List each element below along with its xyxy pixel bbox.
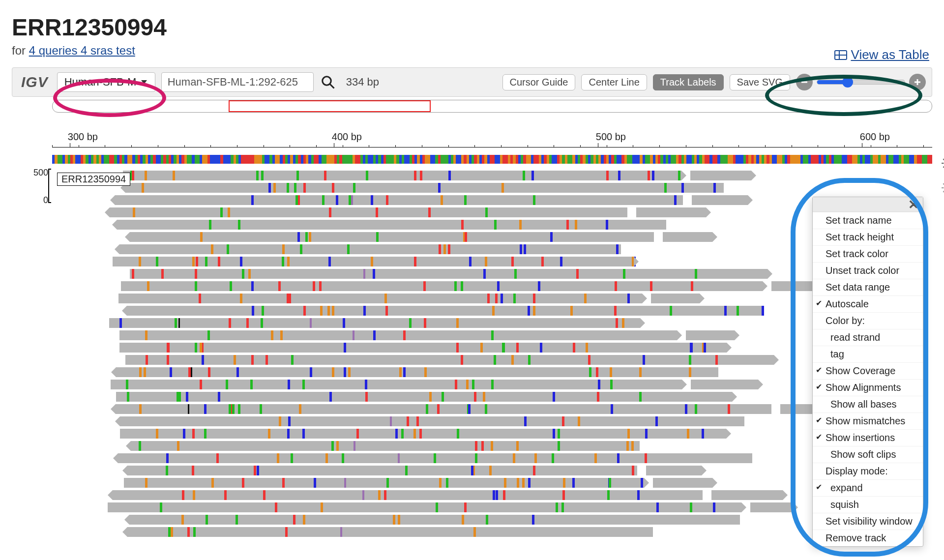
context-menu-item[interactable]: Set track height — [813, 229, 923, 245]
subtitle-link[interactable]: 4 queries 4 sras test — [29, 44, 135, 57]
read-row — [52, 490, 932, 501]
close-icon[interactable]: ✕ — [908, 198, 919, 211]
aligned-read[interactable] — [711, 490, 783, 500]
track-labels-button[interactable]: Track Labels — [653, 74, 724, 90]
read-row — [52, 244, 932, 255]
view-as-table-link[interactable]: View as Table — [834, 47, 929, 62]
aligned-read[interactable] — [110, 207, 627, 217]
search-button[interactable] — [320, 74, 336, 90]
context-menu-item[interactable]: Show all bases — [813, 396, 923, 413]
ruler-tick — [598, 143, 598, 147]
aligned-read[interactable] — [121, 281, 763, 291]
context-menu-item[interactable]: Set track name — [813, 212, 923, 229]
aligned-read[interactable] — [123, 171, 681, 180]
aligned-read[interactable] — [129, 515, 739, 525]
coverage-bracket — [48, 169, 51, 203]
aligned-read[interactable] — [130, 269, 767, 279]
context-menu-item[interactable]: Unset track color — [813, 262, 923, 279]
ruler-tick — [862, 143, 862, 147]
context-menu-item[interactable]: Show mismatches — [813, 413, 923, 429]
alignment-reads[interactable] — [52, 171, 932, 538]
context-menu-item[interactable]: Show Coverage — [813, 362, 923, 379]
context-menu-item[interactable]: Show insertions — [813, 429, 923, 446]
aligned-read[interactable] — [125, 355, 774, 365]
context-menu-item[interactable]: Set track color — [813, 245, 923, 262]
aligned-read[interactable] — [125, 183, 724, 193]
aligned-read[interactable] — [116, 404, 771, 414]
context-menu-item[interactable]: Set data range — [813, 279, 923, 295]
aligned-read[interactable] — [115, 195, 683, 205]
aligned-read[interactable] — [116, 392, 732, 402]
center-line-button[interactable]: Center Line — [581, 74, 647, 90]
aligned-read[interactable] — [131, 441, 640, 451]
context-menu-item[interactable]: Set visibility window — [813, 513, 923, 530]
read-row — [52, 404, 932, 415]
aligned-read[interactable] — [119, 244, 621, 254]
aligned-read[interactable] — [117, 220, 666, 230]
zoom-out-button[interactable] — [796, 74, 813, 90]
read-row — [52, 527, 932, 538]
read-row — [52, 269, 932, 280]
alignment-settings-button[interactable] — [941, 181, 944, 194]
aligned-read[interactable] — [663, 232, 712, 242]
span-bp-label: 334 bp — [346, 76, 379, 88]
aligned-read[interactable] — [130, 232, 654, 242]
zoom-slider-knob[interactable] — [842, 77, 853, 88]
aligned-read[interactable] — [124, 478, 644, 488]
context-menu-item[interactable]: Display mode: — [813, 463, 923, 479]
context-menu-item[interactable]: expand — [813, 479, 923, 496]
context-menu-item[interactable]: Remove track — [813, 530, 923, 546]
aligned-read[interactable] — [653, 478, 712, 488]
aligned-read[interactable] — [119, 330, 678, 340]
context-menu-item[interactable]: Show Alignments — [813, 379, 923, 396]
aligned-read[interactable] — [127, 306, 764, 316]
aligned-read[interactable] — [119, 343, 727, 353]
aligned-read[interactable] — [116, 367, 718, 377]
aligned-read[interactable] — [127, 527, 653, 537]
zoom-slider[interactable] — [817, 80, 905, 85]
aligned-read[interactable] — [113, 257, 634, 266]
read-row — [52, 220, 932, 231]
aligned-read[interactable] — [120, 429, 726, 439]
aligned-read[interactable] — [113, 490, 703, 500]
alignment-track-label[interactable]: ERR12350994 — [57, 173, 130, 186]
aligned-read[interactable] — [109, 318, 640, 328]
aligned-read[interactable] — [692, 195, 748, 205]
context-menu-item[interactable]: tag — [813, 346, 923, 362]
context-menu-item[interactable]: Color by: — [813, 312, 923, 329]
subtitle-prefix: for — [12, 44, 29, 57]
aligned-read[interactable] — [127, 466, 637, 475]
aligned-read[interactable] — [690, 171, 751, 180]
overview-window[interactable] — [229, 100, 431, 112]
read-row — [52, 392, 932, 403]
context-menu-item[interactable]: read strand — [813, 329, 923, 346]
aligned-read[interactable] — [750, 502, 793, 512]
aligned-read[interactable] — [651, 294, 700, 303]
aligned-read[interactable] — [108, 502, 742, 512]
aligned-read[interactable] — [111, 380, 682, 389]
page-subtitle: for 4 queries 4 sras test — [12, 44, 932, 58]
ruler-tick — [334, 143, 334, 147]
aligned-read[interactable] — [691, 380, 759, 389]
context-menu-item[interactable]: Show soft clips — [813, 446, 923, 463]
aligned-read[interactable] — [646, 466, 702, 475]
read-row — [52, 380, 932, 390]
chromosome-overview[interactable] — [52, 100, 932, 113]
aligned-read[interactable] — [118, 453, 752, 463]
aligned-read[interactable] — [636, 207, 706, 217]
context-menu-header: ✕ — [813, 197, 923, 212]
context-menu-item[interactable]: squish — [813, 496, 923, 513]
cursor-guide-button[interactable]: Cursor Guide — [502, 74, 576, 90]
aligned-read[interactable] — [118, 294, 642, 303]
save-svg-button[interactable]: Save SVG — [730, 74, 790, 90]
locus-input[interactable]: Human-SFB-ML-1:292-625 — [161, 72, 314, 92]
reference-settings-button[interactable] — [941, 157, 944, 170]
context-menu-item[interactable]: Autoscale — [813, 295, 923, 312]
reference-select[interactable]: Human-SFB-M — [57, 72, 155, 92]
read-row — [52, 441, 932, 452]
aligned-read[interactable] — [120, 416, 744, 426]
zoom-in-button[interactable] — [909, 74, 926, 90]
plus-icon — [913, 78, 922, 87]
aligned-read[interactable] — [686, 330, 735, 340]
ruler-tick-label: 600 bp — [860, 131, 890, 143]
